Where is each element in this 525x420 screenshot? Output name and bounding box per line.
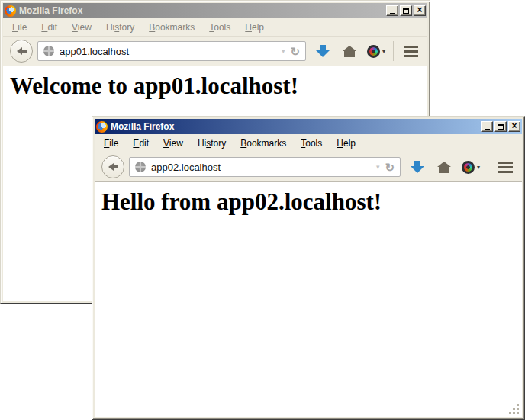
page-heading: Hello from app02.localhost!: [101, 188, 522, 216]
home-icon: [437, 162, 451, 173]
resize-grip[interactable]: [517, 412, 519, 414]
chevron-down-icon: ▾: [477, 164, 480, 171]
maximize-button[interactable]: [400, 5, 412, 16]
minimize-button[interactable]: [386, 5, 398, 16]
menu-help[interactable]: Help: [330, 136, 362, 150]
home-icon: [343, 46, 356, 57]
page-heading: Welcome to app01.localhost!: [10, 72, 427, 100]
menu-bookmarks[interactable]: Bookmarks: [143, 21, 201, 34]
site-identity-globe-icon[interactable]: [135, 162, 146, 172]
home-button[interactable]: [340, 40, 359, 63]
window-title: Mozilla Firefox: [111, 121, 174, 132]
download-icon: [411, 161, 424, 173]
reload-icon[interactable]: ↻: [385, 162, 395, 173]
extension-icon: [462, 161, 475, 174]
window-title: Mozilla Firefox: [19, 5, 82, 16]
menu-file[interactable]: File: [98, 136, 124, 150]
urlbar-dropdown-icon[interactable]: ▾: [376, 163, 380, 171]
menu-help[interactable]: Help: [239, 21, 270, 34]
back-button[interactable]: [101, 155, 124, 178]
url-bar[interactable]: app01.localhost ▾ ↻: [37, 41, 306, 61]
titlebar[interactable]: Mozilla Firefox ×: [95, 119, 522, 134]
urlbar-dropdown-icon[interactable]: ▾: [282, 47, 285, 55]
close-icon: ×: [511, 121, 517, 130]
menu-hamburger-button[interactable]: [495, 155, 515, 178]
extension-icon: [367, 45, 380, 58]
download-button[interactable]: [407, 155, 427, 178]
menu-edit[interactable]: Edit: [127, 136, 155, 150]
window-controls: ×: [386, 5, 426, 16]
minimize-icon: [390, 13, 395, 14]
page-content: Hello from app02.localhost!: [95, 182, 522, 417]
download-button[interactable]: [313, 40, 333, 63]
menu-history[interactable]: History: [192, 136, 232, 150]
back-arrow-icon: [108, 163, 118, 171]
back-arrow-icon: [17, 47, 27, 55]
menu-view[interactable]: View: [66, 21, 98, 34]
menu-bar: File Edit View History Bookmarks Tools H…: [95, 134, 522, 152]
url-text[interactable]: app02.localhost: [151, 162, 371, 173]
firefox-icon: [5, 5, 16, 17]
extension-button[interactable]: ▾: [461, 155, 481, 178]
menu-view[interactable]: View: [157, 136, 189, 150]
menu-tools[interactable]: Tools: [295, 136, 328, 150]
toolbar-separator: [488, 157, 488, 177]
toolbar-separator: [393, 41, 394, 61]
close-icon: ×: [417, 5, 422, 14]
hamburger-icon: [498, 162, 513, 164]
url-text[interactable]: app01.localhost: [60, 46, 276, 57]
url-bar[interactable]: app02.localhost ▾ ↻: [129, 157, 401, 177]
maximize-button[interactable]: [494, 121, 507, 132]
menu-tools[interactable]: Tools: [203, 21, 237, 34]
menu-hamburger-button[interactable]: [401, 40, 420, 63]
browser-window-app02[interactable]: Mozilla Firefox × File Edit View History…: [92, 116, 525, 420]
chevron-down-icon: ▾: [382, 48, 385, 55]
navigation-toolbar: app02.localhost ▾ ↻ ▾: [95, 152, 522, 182]
navigation-toolbar: app01.localhost ▾ ↻ ▾: [3, 37, 427, 66]
menu-bar: File Edit View History Bookmarks Tools H…: [3, 18, 427, 37]
back-button[interactable]: [10, 40, 33, 63]
maximize-icon: [498, 124, 504, 130]
menu-history[interactable]: History: [100, 21, 140, 34]
titlebar[interactable]: Mozilla Firefox ×: [3, 3, 427, 18]
firefox-icon: [96, 121, 108, 133]
close-button[interactable]: ×: [414, 5, 426, 16]
download-icon: [316, 45, 330, 57]
minimize-icon: [485, 129, 490, 130]
menu-bookmarks[interactable]: Bookmarks: [234, 136, 292, 150]
maximize-icon: [403, 8, 409, 14]
menu-file[interactable]: File: [6, 21, 33, 34]
minimize-button[interactable]: [481, 121, 493, 132]
window-controls: ×: [481, 121, 520, 132]
extension-button[interactable]: ▾: [366, 40, 386, 63]
site-identity-globe-icon[interactable]: [43, 46, 54, 56]
hamburger-icon: [404, 46, 418, 48]
home-button[interactable]: [434, 155, 454, 178]
reload-icon[interactable]: ↻: [290, 46, 300, 57]
close-button[interactable]: ×: [508, 121, 520, 132]
menu-edit[interactable]: Edit: [35, 21, 63, 34]
